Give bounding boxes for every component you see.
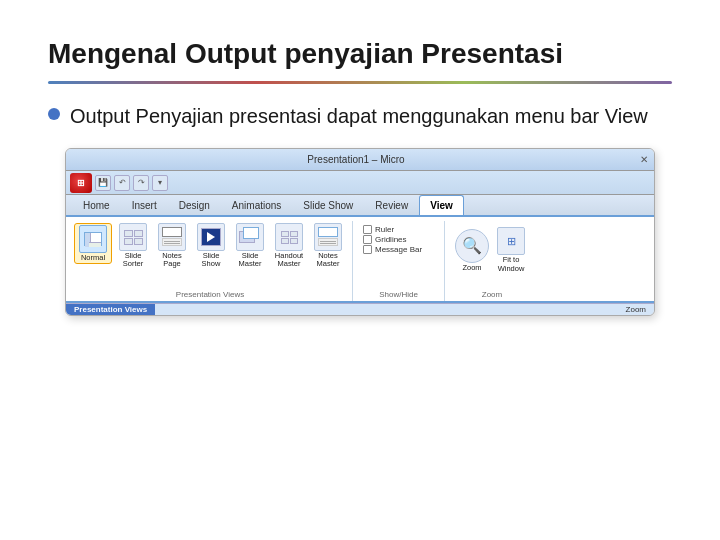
tab-insert[interactable]: Insert (121, 195, 168, 215)
title-divider (48, 81, 672, 84)
bullet-text: Output Penyajian presentasi dapat menggu… (70, 102, 648, 130)
zoom-icon: 🔍 (455, 229, 489, 263)
normal-label: Normal (81, 254, 105, 262)
showhide-content: Ruler Gridlines Message Bar (359, 221, 438, 288)
fit-icon: ⊞ (497, 227, 525, 255)
gridlines-row[interactable]: Gridlines (363, 235, 422, 244)
zoom-bar-label: Zoom (618, 304, 654, 315)
notes-page-button[interactable]: NotesPage (154, 223, 190, 269)
normal-icon (79, 225, 107, 253)
bar-spacer (155, 304, 617, 315)
handout-master-icon (275, 223, 303, 251)
group-presentation-views: Normal SlideSorter (70, 221, 353, 301)
slide-show-label: SlideShow (202, 252, 221, 269)
gridlines-checkbox[interactable] (363, 235, 372, 244)
ribbon-body: Normal SlideSorter (66, 217, 654, 303)
messagebar-row[interactable]: Message Bar (363, 245, 422, 254)
fit-label: Fit toWindow (498, 255, 525, 273)
redo-button[interactable]: ↷ (133, 175, 149, 191)
more-button[interactable]: ▾ (152, 175, 168, 191)
zoom-label: Zoom (451, 288, 533, 299)
fit-to-window-button[interactable]: ⊞ Fit toWindow (493, 227, 529, 273)
gridlines-label: Gridlines (375, 235, 407, 244)
tab-bar: Home Insert Design Animations Slide Show… (66, 195, 654, 217)
tab-design[interactable]: Design (168, 195, 221, 215)
notes-page-icon (158, 223, 186, 251)
slide-show-icon (197, 223, 225, 251)
slide-sorter-button[interactable]: SlideSorter (115, 223, 151, 269)
handout-master-label: HandoutMaster (275, 252, 303, 269)
slide: Mengenal Output penyajian Presentasi Out… (0, 0, 720, 540)
bullet-dot (48, 108, 60, 120)
slide-master-label: SlideMaster (239, 252, 262, 269)
messagebar-checkbox[interactable] (363, 245, 372, 254)
titlebar: Presentation1 – Micro ✕ (66, 149, 654, 171)
titlebar-text: Presentation1 – Micro (72, 154, 640, 165)
views-bar: Presentation Views Zoom (66, 303, 654, 315)
zoom-text: Zoom (462, 263, 481, 272)
slide-show-button[interactable]: SlideShow (193, 223, 229, 269)
zoom-controls: 🔍 Zoom ⊞ Fit toWindow (451, 223, 533, 277)
notes-master-icon (314, 223, 342, 251)
messagebar-label: Message Bar (375, 245, 422, 254)
tab-view[interactable]: View (419, 195, 464, 215)
normal-button[interactable]: Normal (74, 223, 112, 264)
slide-master-icon (236, 223, 264, 251)
group-show-hide: Ruler Gridlines Message Bar Show/Hide (355, 221, 445, 301)
tab-review[interactable]: Review (364, 195, 419, 215)
ribbon-screenshot: Presentation1 – Micro ✕ ⊞ 💾 ↶ ↷ ▾ Home I… (65, 148, 655, 316)
show-hide-label: Show/Hide (359, 288, 438, 299)
save-button[interactable]: 💾 (95, 175, 111, 191)
group-content: Normal SlideSorter (74, 221, 346, 288)
slide-sorter-label: SlideSorter (123, 252, 143, 269)
notes-page-label: NotesPage (162, 252, 182, 269)
presentation-views-bar-label: Presentation Views (66, 304, 155, 315)
zoom-content: 🔍 Zoom ⊞ Fit toWindow (451, 221, 533, 288)
ruler-row[interactable]: Ruler (363, 225, 422, 234)
group-zoom: 🔍 Zoom ⊞ Fit toWindow Zoom (447, 221, 539, 301)
undo-button[interactable]: ↶ (114, 175, 130, 191)
presentation-views-label: Presentation Views (74, 288, 346, 299)
tab-home[interactable]: Home (72, 195, 121, 215)
slide-title: Mengenal Output penyajian Presentasi (48, 36, 672, 71)
showhide-checkboxes: Ruler Gridlines Message Bar (359, 223, 426, 256)
handout-master-button[interactable]: HandoutMaster (271, 223, 307, 269)
quickaccess-bar: ⊞ 💾 ↶ ↷ ▾ (66, 171, 654, 195)
ruler-checkbox[interactable] (363, 225, 372, 234)
tab-slideshow[interactable]: Slide Show (292, 195, 364, 215)
zoom-button[interactable]: 🔍 Zoom (455, 229, 489, 272)
slide-master-button[interactable]: SlideMaster (232, 223, 268, 269)
bullet-item: Output Penyajian presentasi dapat menggu… (48, 102, 672, 130)
notes-master-button[interactable]: NotesMaster (310, 223, 346, 269)
notes-master-label: NotesMaster (317, 252, 340, 269)
office-button[interactable]: ⊞ (70, 173, 92, 193)
tab-animations[interactable]: Animations (221, 195, 292, 215)
ruler-label: Ruler (375, 225, 394, 234)
slide-sorter-icon (119, 223, 147, 251)
